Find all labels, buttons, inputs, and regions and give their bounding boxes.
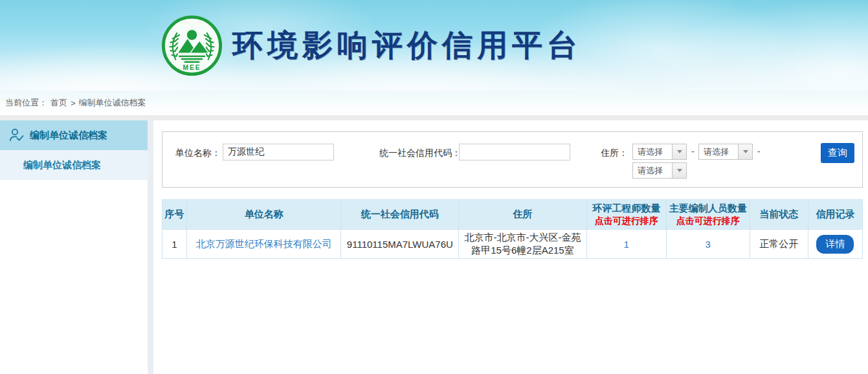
detail-button[interactable]: 详情	[816, 235, 854, 254]
cell-status: 正常公开	[750, 230, 808, 259]
mee-logo-icon: MEE	[161, 14, 223, 77]
address-dash-2: -	[757, 144, 761, 160]
company-name-link[interactable]: 北京万源世纪环保科技有限公司	[196, 238, 332, 249]
header-status: 当前状态	[750, 200, 808, 230]
sidebar-main-divider	[148, 120, 153, 374]
sidebar-header-credit-archive[interactable]: 编制单位诚信档案	[0, 120, 148, 150]
header-seq: 序号	[162, 200, 187, 230]
district-select[interactable]: 请选择	[632, 162, 687, 179]
city-select-arrow-button[interactable]	[738, 144, 752, 159]
person-check-icon	[8, 127, 25, 144]
query-button[interactable]: 查询	[821, 143, 854, 163]
header-address: 住所	[459, 200, 586, 230]
engineer-count-link[interactable]: 1	[623, 239, 629, 250]
breadcrumb-separator: >	[71, 98, 76, 108]
header-staff-count-label: 主要编制人员数量	[669, 203, 747, 214]
header-credit-code: 统一社会信用代码	[341, 200, 459, 230]
company-name-input[interactable]	[223, 144, 334, 160]
table-header-row: 序号 单位名称 统一社会信用代码 住所 环评工程师数量 点击可进行排序 主要编制…	[162, 200, 863, 230]
cell-credit-code: 91110115MA7LWUA76U	[341, 230, 459, 259]
main-area: 单位名称： 统一社会信用代码： 住所： 请选择 - 请选择 - 请选择	[153, 120, 868, 374]
header-staff-count[interactable]: 主要编制人员数量 点击可进行排序	[666, 200, 750, 230]
city-select-value: 请选择	[699, 144, 738, 159]
cell-address: 北京市-北京市-大兴区-金苑路甲15号6幢2层A215室	[459, 230, 586, 259]
breadcrumb-home-link[interactable]: 首页	[50, 97, 67, 109]
breadcrumb-prefix: 当前位置：	[5, 97, 47, 109]
header-company-name: 单位名称	[187, 200, 341, 230]
sidebar-header-label: 编制单位诚信档案	[30, 129, 107, 142]
district-select-value: 请选择	[633, 163, 672, 178]
province-select-value: 请选择	[633, 144, 672, 159]
province-select[interactable]: 请选择	[632, 144, 687, 160]
company-name-label: 单位名称：	[175, 144, 221, 161]
staff-sort-hint[interactable]: 点击可进行排序	[668, 215, 748, 227]
breadcrumb-current: 编制单位诚信档案	[79, 97, 146, 109]
header-engineer-count[interactable]: 环评工程师数量 点击可进行排序	[586, 200, 666, 230]
engineer-sort-hint[interactable]: 点击可进行排序	[588, 215, 665, 227]
credit-code-label: 统一社会信用代码：	[379, 144, 461, 161]
divider-band	[0, 115, 868, 120]
sidebar: 编制单位诚信档案 编制单位诚信档案	[0, 120, 148, 374]
address-label: 住所：	[601, 144, 628, 161]
chevron-down-icon	[677, 150, 682, 153]
cell-seq: 1	[162, 230, 187, 259]
address-dash-1: -	[691, 144, 695, 160]
credit-code-input[interactable]	[459, 144, 570, 160]
province-select-arrow-button[interactable]	[672, 144, 686, 159]
result-table: 序号 单位名称 统一社会信用代码 住所 环评工程师数量 点击可进行排序 主要编制…	[162, 199, 863, 259]
chevron-down-icon	[743, 150, 748, 153]
site-header: MEE 环境影响评价信用平台	[0, 0, 868, 91]
district-select-arrow-button[interactable]	[672, 163, 686, 178]
header-credit-record: 信用记录	[808, 200, 862, 230]
city-select[interactable]: 请选择	[698, 144, 753, 160]
site-title: 环境影响评价信用平台	[232, 25, 582, 66]
sidebar-item-credit-archive[interactable]: 编制单位诚信档案	[0, 150, 148, 180]
breadcrumb: 当前位置： 首页 > 编制单位诚信档案	[0, 91, 868, 115]
search-panel: 单位名称： 统一社会信用代码： 住所： 请选择 - 请选择 - 请选择	[162, 131, 863, 188]
staff-count-link[interactable]: 3	[706, 239, 711, 250]
chevron-down-icon	[677, 169, 682, 172]
table-row: 1 北京万源世纪环保科技有限公司 91110115MA7LWUA76U 北京市-…	[162, 230, 863, 259]
header-engineer-count-label: 环评工程师数量	[592, 203, 660, 214]
sidebar-item-label: 编制单位诚信档案	[23, 159, 101, 171]
logo-mee-text: MEE	[183, 64, 201, 71]
